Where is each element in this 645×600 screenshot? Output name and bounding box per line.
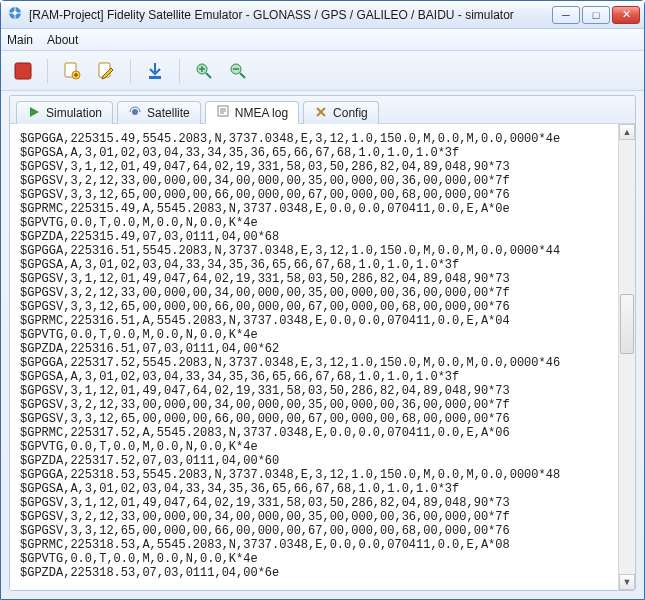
tab-config-label: Config xyxy=(333,106,368,120)
tab-satellite-label: Satellite xyxy=(147,106,190,120)
client-area: Simulation Satellite NMEA log Config $GP… xyxy=(9,95,636,591)
toolbar-separator xyxy=(47,59,48,83)
toolbar-separator xyxy=(179,59,180,83)
app-window: [RAM-Project] Fidelity Satellite Emulato… xyxy=(0,0,645,600)
zoom-out-button[interactable] xyxy=(224,57,252,85)
svg-point-10 xyxy=(132,109,138,115)
menubar: Main About xyxy=(1,29,644,51)
scroll-down-arrow[interactable]: ▼ xyxy=(619,574,635,590)
window-buttons: ─ □ ✕ xyxy=(552,6,640,24)
tab-satellite[interactable]: Satellite xyxy=(117,101,201,124)
stop-button[interactable] xyxy=(9,57,37,85)
tab-nmea-label: NMEA log xyxy=(235,106,288,120)
tab-nmea-log[interactable]: NMEA log xyxy=(205,101,299,124)
log-panel: $GPGGA,225315.49,5545.2083,N,3737.0348,E… xyxy=(10,124,635,590)
close-button[interactable]: ✕ xyxy=(612,6,640,24)
edit-file-button[interactable] xyxy=(92,57,120,85)
play-icon xyxy=(27,105,41,122)
minimize-button[interactable]: ─ xyxy=(552,6,580,24)
config-icon xyxy=(314,105,328,122)
app-icon xyxy=(7,5,23,24)
vertical-scrollbar[interactable]: ▲ ▼ xyxy=(618,124,635,590)
toolbar-separator xyxy=(130,59,131,83)
scroll-up-arrow[interactable]: ▲ xyxy=(619,124,635,140)
titlebar: [RAM-Project] Fidelity Satellite Emulato… xyxy=(1,1,644,29)
menu-main[interactable]: Main xyxy=(7,33,33,47)
zoom-in-button[interactable] xyxy=(190,57,218,85)
tab-simulation[interactable]: Simulation xyxy=(16,101,113,124)
svg-rect-2 xyxy=(15,63,31,79)
tab-config[interactable]: Config xyxy=(303,101,379,124)
nmea-log-output[interactable]: $GPGGA,225315.49,5545.2083,N,3737.0348,E… xyxy=(10,124,618,590)
scroll-thumb[interactable] xyxy=(620,294,634,354)
satellite-icon xyxy=(128,105,142,122)
tab-simulation-label: Simulation xyxy=(46,106,102,120)
new-file-button[interactable] xyxy=(58,57,86,85)
log-icon xyxy=(216,104,230,121)
window-title: [RAM-Project] Fidelity Satellite Emulato… xyxy=(29,8,552,22)
maximize-button[interactable]: □ xyxy=(582,6,610,24)
svg-rect-6 xyxy=(149,76,161,79)
svg-marker-9 xyxy=(30,107,39,117)
tabstrip: Simulation Satellite NMEA log Config xyxy=(10,96,635,124)
menu-about[interactable]: About xyxy=(47,33,78,47)
toolbar xyxy=(1,51,644,91)
download-button[interactable] xyxy=(141,57,169,85)
